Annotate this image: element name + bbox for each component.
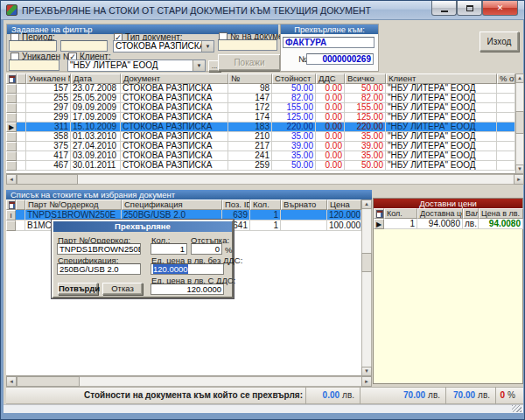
column-header[interactable]: Спецификация bbox=[122, 200, 222, 210]
document-row[interactable]: 29709.09.2009СТОКОВА РАЗПИСКА172155.000.… bbox=[6, 103, 515, 113]
chevron-down-icon[interactable]: ▼ bbox=[201, 41, 214, 52]
exit-button[interactable]: Изход bbox=[480, 32, 519, 52]
period-from-input[interactable] bbox=[9, 40, 57, 52]
column-header[interactable]: Парт №/Ордеркод bbox=[25, 200, 122, 210]
grid-corner[interactable] bbox=[6, 200, 16, 210]
transfer-dialog-title[interactable]: Прехвърляне bbox=[53, 221, 232, 232]
doc-num-input[interactable] bbox=[218, 39, 277, 51]
column-header[interactable]: Стойност bbox=[272, 74, 316, 84]
documents-hscrollbar[interactable] bbox=[6, 174, 524, 185]
row-selector[interactable] bbox=[6, 132, 17, 142]
confirm-button[interactable]: Потвърди bbox=[58, 283, 98, 295]
dialog-price-no-vat-input[interactable]: 120.0000 bbox=[150, 263, 224, 275]
doc-type-value: СТОКОВА РАЗПИСКА bbox=[114, 41, 201, 52]
document-row[interactable]: 41703.09.2010СТОКОВА РАЗПИСКА24135.000.0… bbox=[6, 151, 515, 161]
column-header[interactable]: Върнато bbox=[281, 200, 327, 210]
row-selector[interactable] bbox=[6, 151, 17, 161]
column-header[interactable] bbox=[16, 200, 25, 210]
row-selector[interactable] bbox=[6, 94, 17, 103]
cell-date: 30.01.2011 bbox=[71, 161, 121, 171]
row-selector[interactable]: I bbox=[6, 210, 16, 220]
items-hscroll-thumb[interactable] bbox=[17, 376, 80, 387]
scroll-left-icon[interactable]: ◄ bbox=[6, 174, 17, 185]
grid-corner[interactable] bbox=[6, 74, 17, 84]
row-selector[interactable]: ▶ bbox=[6, 122, 17, 132]
cell-price_bgn: 94.0080 bbox=[479, 219, 523, 229]
total-unit: лв. bbox=[478, 390, 490, 400]
items-vscroll-thumb[interactable] bbox=[361, 253, 372, 272]
documents-vscroll-thumb[interactable] bbox=[515, 111, 524, 134]
column-header[interactable]: № bbox=[228, 74, 272, 84]
row-selector[interactable] bbox=[6, 113, 17, 122]
scroll-left-icon[interactable]: ◄ bbox=[6, 376, 17, 387]
dialog-spec-input[interactable]: 250BG/USB 2.0 bbox=[57, 263, 141, 275]
document-row[interactable]: 37527.04.2010СТОКОВА РАЗПИСКА21739.000.0… bbox=[6, 142, 515, 151]
column-header[interactable]: Уникален № bbox=[26, 74, 71, 84]
document-row[interactable]: 25525.05.2009СТОКОВА РАЗПИСКА14782.000.0… bbox=[6, 94, 515, 103]
cancel-button[interactable]: Отказ bbox=[102, 283, 143, 295]
document-row[interactable]: 29917.09.2009СТОКОВА РАЗПИСКА174125.000.… bbox=[6, 113, 515, 122]
items-vscrollbar[interactable] bbox=[361, 200, 372, 376]
document-row[interactable]: 35801.03.2010СТОКОВА РАЗПИСКА21035.000.0… bbox=[6, 132, 515, 142]
row-selector[interactable]: ▶ bbox=[374, 219, 384, 229]
row-selector[interactable] bbox=[6, 142, 17, 151]
cell-client: "НБУ ЛИТЕРА" ЕООД bbox=[386, 113, 497, 122]
resize-grip-icon[interactable] bbox=[512, 405, 522, 412]
dialog-part-input[interactable]: TNPDS1BROWN250E bbox=[57, 243, 141, 255]
cell-pct bbox=[497, 142, 515, 151]
column-header[interactable]: Документ bbox=[121, 74, 228, 84]
document-row[interactable]: 15723.07.2008СТОКОВА РАЗПИСКА9850.000.00… bbox=[6, 84, 515, 94]
documents-hscroll-thumb[interactable] bbox=[17, 174, 78, 185]
column-header[interactable]: ДДС bbox=[316, 74, 345, 84]
period-to-input[interactable] bbox=[60, 40, 108, 52]
column-header[interactable]: Цена bbox=[327, 200, 361, 210]
document-row[interactable]: 46730.01.2011СТОКОВА РАЗПИСКА25950.000.0… bbox=[6, 161, 515, 171]
scroll-down-icon[interactable]: ▼ bbox=[361, 367, 372, 376]
scroll-down-icon[interactable]: ▼ bbox=[515, 164, 524, 174]
dialog-discount-input[interactable]: 0 bbox=[191, 243, 222, 255]
row-selector[interactable] bbox=[6, 161, 17, 171]
cell bbox=[16, 210, 25, 220]
scroll-up-icon[interactable]: ▲ bbox=[515, 74, 524, 83]
dialog-price-vat-input[interactable]: 120.0000 bbox=[150, 284, 224, 295]
column-header[interactable]: % от bbox=[497, 74, 515, 84]
cell-doc: СТОКОВА РАЗПИСКА bbox=[121, 161, 228, 171]
column-header[interactable]: Дата bbox=[71, 74, 121, 84]
cell-date: 01.03.2010 bbox=[71, 132, 121, 142]
show-button[interactable]: Покажи bbox=[218, 54, 281, 71]
grid-corner[interactable] bbox=[374, 208, 384, 219]
total-cell: 70.00лв. bbox=[360, 387, 445, 404]
scroll-right-icon[interactable]: ► bbox=[514, 174, 524, 185]
delivery-price-row[interactable]: ▶194.0080лв.94.0080 bbox=[374, 219, 523, 229]
chevron-down-icon[interactable]: ▼ bbox=[192, 60, 205, 71]
maximize-button[interactable] bbox=[457, 1, 482, 16]
unique-num-input[interactable] bbox=[9, 60, 60, 71]
cell-doc: СТОКОВА РАЗПИСКА bbox=[121, 84, 228, 94]
close-button[interactable]: ✕ bbox=[482, 1, 518, 16]
column-header[interactable]: Кол. bbox=[384, 208, 417, 219]
scroll-right-icon[interactable]: ► bbox=[361, 376, 372, 387]
column-header[interactable]: Поз. ID bbox=[222, 200, 250, 210]
cell-unique_num: 311 bbox=[26, 122, 71, 132]
column-header[interactable]: Вал. bbox=[463, 208, 479, 219]
dialog-qty-input[interactable]: 1 bbox=[150, 243, 187, 255]
minimize-button[interactable] bbox=[431, 1, 457, 16]
column-header[interactable]: Доставна цена bbox=[417, 208, 463, 219]
cell-unique_num: 157 bbox=[26, 84, 71, 94]
cell-date: 23.07.2008 bbox=[71, 84, 121, 94]
row-selector[interactable] bbox=[6, 84, 17, 94]
doc-type-select[interactable]: СТОКОВА РАЗПИСКА ▼ bbox=[113, 40, 214, 52]
column-header[interactable]: Кол. bbox=[250, 200, 281, 210]
cell-unique_num: 375 bbox=[26, 142, 71, 151]
column-header[interactable] bbox=[17, 74, 26, 84]
app-icon bbox=[6, 4, 18, 16]
column-header[interactable]: Цена в лв. bbox=[479, 208, 523, 219]
column-header[interactable]: Всичко bbox=[345, 74, 386, 84]
client-select[interactable]: "НБУ ЛИТЕРА" ЕООД ▼ bbox=[67, 60, 206, 72]
row-selector[interactable] bbox=[6, 103, 17, 113]
row-selector[interactable] bbox=[6, 220, 16, 231]
scroll-up-icon[interactable]: ▲ bbox=[361, 200, 372, 209]
document-row[interactable]: ▶31115.10.2009СТОКОВА РАЗПИСКА183220.000… bbox=[6, 122, 515, 132]
column-header[interactable]: Клиент bbox=[386, 74, 497, 84]
cell bbox=[17, 151, 26, 161]
